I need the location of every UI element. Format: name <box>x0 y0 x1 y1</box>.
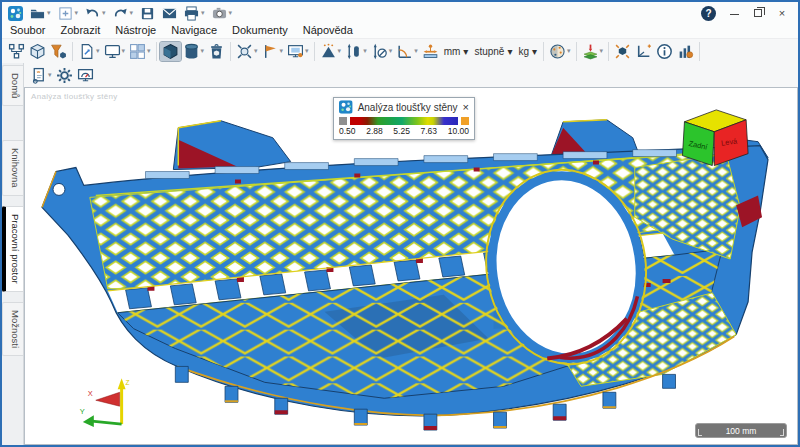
close-icon[interactable]: × <box>776 7 788 19</box>
dropdown-caret-icon[interactable]: ▾ <box>280 47 284 55</box>
menu-bar: Soubor Zobrazit Nástroje Navigace Dokume… <box>2 22 798 38</box>
dropdown-caret-icon[interactable]: ▾ <box>463 46 468 57</box>
viewport-3d[interactable]: Analýza tloušťky stěny <box>24 87 798 445</box>
scale-bar-left-tick <box>698 429 702 436</box>
screen-capture-button[interactable]: ▾ <box>285 42 311 61</box>
legend-panel[interactable]: Analýza tloušťky stěny × 0.50 2.88 5.25 … <box>333 97 475 140</box>
dropdown-caret-icon[interactable]: ▾ <box>389 47 393 55</box>
solid-display-button[interactable]: ▾ <box>181 42 207 61</box>
dropdown-caret-icon[interactable]: ▾ <box>201 47 205 55</box>
menu-zobrazit[interactable]: Zobrazit <box>60 24 100 36</box>
measure-clearance-button[interactable] <box>420 42 441 61</box>
display-mode-button[interactable]: ▾ <box>102 42 128 61</box>
legend-close-icon[interactable]: × <box>463 102 469 112</box>
dropdown-caret-icon[interactable]: ▾ <box>363 47 367 55</box>
view-cube[interactable]: Zadní Levá <box>682 110 748 166</box>
menu-dokumenty[interactable]: Dokumenty <box>232 24 288 36</box>
toolbar-separator <box>156 42 157 61</box>
material-ball-button[interactable]: ▾ <box>547 42 573 61</box>
legend-color-scale <box>339 117 469 125</box>
dropdown-caret-icon[interactable]: ▾ <box>414 47 418 55</box>
dropdown-caret-icon[interactable]: ▾ <box>229 9 233 17</box>
measure-angle-button[interactable]: ▾ <box>394 42 420 61</box>
measure-diameter-button[interactable]: ▾ <box>369 42 395 61</box>
add-document-button[interactable]: ▾ <box>58 6 79 21</box>
sidebar-tab-pracovni-prostor[interactable]: Pracovní prostor <box>2 206 23 292</box>
menu-napoveda[interactable]: Nápověda <box>303 24 353 36</box>
open-file-button[interactable]: ▾ <box>30 6 51 21</box>
dropdown-caret-icon[interactable]: ▾ <box>305 47 309 55</box>
dropdown-caret-icon[interactable]: ▾ <box>507 46 512 57</box>
unit-angle-dropdown[interactable]: stupně▾ <box>471 46 515 57</box>
window-layout-button[interactable]: ▾ <box>127 42 153 61</box>
script-macro-button[interactable]: ▾ <box>28 66 54 85</box>
dropdown-caret-icon[interactable]: ▾ <box>47 9 51 17</box>
legend-app-icon <box>339 100 353 114</box>
dropdown-caret-icon[interactable]: ▾ <box>600 47 604 55</box>
legend-gradient-bar <box>350 117 458 125</box>
print-button[interactable]: ▾ <box>184 6 205 21</box>
section-layers-button[interactable]: ▾ <box>580 42 606 61</box>
sidebar-tab-domu[interactable]: Domů <box>2 65 23 106</box>
menu-nastroje[interactable]: Nástroje <box>115 24 156 36</box>
dropdown-caret-icon[interactable]: ▾ <box>102 9 106 17</box>
dropdown-caret-icon[interactable]: ▾ <box>567 47 571 55</box>
sidebar-tab-knihovna[interactable]: Knihovna <box>2 140 23 196</box>
draft-analysis-button[interactable]: ▾ <box>318 42 344 61</box>
legend-tick: 0.50 <box>339 126 356 136</box>
statistics-button[interactable] <box>675 42 696 61</box>
menu-navigace[interactable]: Navigace <box>171 24 217 36</box>
delete-from-scene-button[interactable] <box>206 42 227 61</box>
screenshot-button[interactable]: ▾ <box>212 6 233 21</box>
settings-gear-button[interactable] <box>54 66 75 85</box>
show-model-button[interactable] <box>160 42 181 61</box>
performance-monitor-button[interactable] <box>75 66 96 85</box>
toolbar-separator <box>608 42 609 61</box>
coordinate-system-button[interactable] <box>633 42 654 61</box>
exploded-view-button[interactable] <box>612 42 633 61</box>
scale-bar-label: 100 mm <box>726 426 757 436</box>
send-email-button[interactable] <box>162 6 177 21</box>
info-button[interactable] <box>654 42 675 61</box>
redo-button[interactable]: ▾ <box>113 6 134 21</box>
restore-icon[interactable] <box>752 7 764 19</box>
dropdown-caret-icon[interactable]: ▾ <box>201 9 205 17</box>
model-3d-grille[interactable]: Zadní Levá X Y Z <box>25 88 797 444</box>
grille-model[interactable] <box>42 120 768 430</box>
minimize-icon[interactable] <box>728 7 740 19</box>
side-tab-strip: Domů Knihovna Pracovní prostor Možnosti <box>2 63 24 445</box>
legend-tick-labels: 0.50 2.88 5.25 7.63 10.00 <box>339 126 469 136</box>
flag-annotation-button[interactable]: ▾ <box>260 42 286 61</box>
measure-height-button[interactable]: ▾ <box>343 42 369 61</box>
scale-bar-right-tick <box>780 429 784 436</box>
orbit-rotate-button[interactable]: ▾ <box>234 42 260 61</box>
dropdown-caret-icon[interactable]: ▾ <box>254 47 258 55</box>
dropdown-caret-icon[interactable]: ▾ <box>48 71 52 79</box>
axis-x-label: X <box>88 389 93 398</box>
app-window: ▾ ▾ ▾ ▾ ▾ ▾ ? × Soubor Zobrazit Nástroje… <box>0 0 800 447</box>
dropdown-caret-icon[interactable]: ▾ <box>130 9 134 17</box>
unit-mass-dropdown[interactable]: kg▾ <box>515 46 540 57</box>
help-icon[interactable]: ? <box>701 6 716 21</box>
undo-button[interactable]: ▾ <box>85 6 106 21</box>
sidebar-tab-moznosti[interactable]: Možnosti <box>2 302 23 356</box>
menu-soubor[interactable]: Soubor <box>10 24 45 36</box>
legend-header[interactable]: Analýza tloušťky stěny × <box>339 100 469 114</box>
unit-mass-label: kg <box>518 46 529 57</box>
window-controls: ? × <box>701 6 792 21</box>
filter-selection-button[interactable] <box>48 42 69 61</box>
dropdown-caret-icon[interactable]: ▾ <box>96 47 100 55</box>
toolbar-separator <box>314 42 315 61</box>
legend-tick: 2.88 <box>366 126 383 136</box>
legend-tick: 7.63 <box>421 126 438 136</box>
new-document-view-button[interactable]: ▾ <box>76 42 102 61</box>
dropdown-caret-icon[interactable]: ▾ <box>147 47 151 55</box>
save-button[interactable] <box>140 6 155 21</box>
model-cube-button[interactable] <box>27 42 48 61</box>
dropdown-caret-icon[interactable]: ▾ <box>122 47 126 55</box>
dropdown-caret-icon[interactable]: ▾ <box>75 9 79 17</box>
dropdown-caret-icon[interactable]: ▾ <box>532 46 537 57</box>
dropdown-caret-icon[interactable]: ▾ <box>338 47 342 55</box>
model-structure-button[interactable] <box>6 42 27 61</box>
unit-length-dropdown[interactable]: mm▾ <box>441 46 472 57</box>
